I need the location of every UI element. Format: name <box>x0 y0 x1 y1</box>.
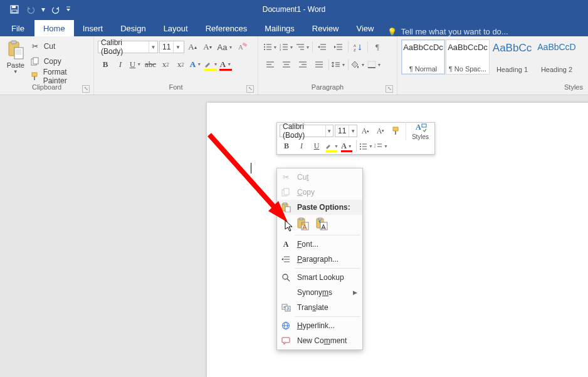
borders-button[interactable]: ▼ <box>366 58 382 71</box>
ctx-smart-lookup[interactable]: Smart Lookup <box>277 270 362 285</box>
bullets-button[interactable]: ▼ <box>262 40 278 54</box>
tab-insert[interactable]: Insert <box>74 20 112 36</box>
svg-text:2: 2 <box>374 145 376 148</box>
line-spacing-button[interactable]: ▼ <box>330 58 347 71</box>
mini-bullets[interactable]: ▼ <box>359 139 373 153</box>
mini-toolbar: Calibri (Body)▼ 11▼ A▴ A▾ A Styles B I U… <box>276 122 435 155</box>
font-size-combo[interactable]: 11 ▼ <box>159 41 184 53</box>
svg-rect-1 <box>12 6 16 8</box>
change-case-button[interactable]: Aa▼ <box>216 40 234 54</box>
paste-dropdown[interactable]: ▼ <box>4 69 28 75</box>
tab-layout[interactable]: Layout <box>155 20 197 36</box>
group-font: Calibri (Body) ▼ 11 ▼ A▴ A▾ Aa▼ A B I U▼… <box>94 36 258 95</box>
subscript-button[interactable]: x2 <box>158 58 173 71</box>
tell-me-search[interactable]: 💡 Tell me what you want to do... <box>387 27 508 36</box>
svg-rect-11 <box>33 58 38 64</box>
decrease-indent-button[interactable] <box>314 40 330 54</box>
tell-me-placeholder: Tell me what you want to do... <box>401 27 508 36</box>
svg-text:3: 3 <box>280 48 281 51</box>
style-heading-2[interactable]: AaBbCcD Heading 2 <box>535 39 579 75</box>
mini-shrink-font[interactable]: A▾ <box>374 124 387 138</box>
font-color-button[interactable]: A ▼ <box>218 58 233 71</box>
svg-rect-2 <box>12 10 17 13</box>
highlight-button[interactable]: ▼ <box>203 58 218 71</box>
ctx-cut[interactable]: ✂ Cut <box>277 170 362 185</box>
tab-references[interactable]: References <box>197 20 256 36</box>
title-bar: ▾ Document1 - Word <box>0 0 588 19</box>
style-no-spacing[interactable]: AaBbCcDc ¶ No Spac... <box>446 39 490 75</box>
tab-review[interactable]: Review <box>303 20 348 36</box>
mini-grow-font[interactable]: A▴ <box>359 124 372 138</box>
undo-button[interactable] <box>23 1 39 18</box>
ctx-synonyms[interactable]: Synonyms ▶ <box>277 285 362 300</box>
styles-gallery[interactable]: AaBbCcDc ¶ Normal AaBbCcDc ¶ No Spac... … <box>401 39 579 75</box>
font-dialog-launcher[interactable]: ⤡ <box>246 85 254 93</box>
underline-button[interactable]: U▼ <box>128 58 143 71</box>
mini-italic[interactable]: I <box>295 139 308 153</box>
align-center-button[interactable] <box>278 58 295 71</box>
tab-home[interactable]: Home <box>34 20 74 36</box>
bold-button[interactable]: B <box>98 58 113 71</box>
svg-text:A: A <box>416 123 421 132</box>
chevron-right-icon: ▶ <box>353 289 357 296</box>
scissors-icon: ✂ <box>280 172 292 183</box>
mini-bold[interactable]: B <box>280 139 293 153</box>
numbering-button[interactable]: 123▼ <box>278 40 295 54</box>
cut-button[interactable]: ✂ Cut <box>30 40 90 53</box>
ctx-paragraph[interactable]: Paragraph... <box>277 252 362 267</box>
shading-button[interactable]: ▼ <box>350 58 366 71</box>
paste-keep-text-only[interactable] <box>313 216 330 232</box>
shrink-font-button[interactable]: A▾ <box>201 40 214 54</box>
chevron-down-icon[interactable]: ▼ <box>149 41 157 53</box>
paragraph-dialog-launcher[interactable]: ⤡ <box>386 85 393 93</box>
paste-keep-source-formatting[interactable] <box>295 216 311 232</box>
mini-font-size[interactable]: 11▼ <box>335 125 357 137</box>
undo-dropdown[interactable]: ▾ <box>39 5 48 14</box>
ctx-copy[interactable]: Copy <box>277 185 362 200</box>
redo-button[interactable] <box>48 1 64 18</box>
tab-design[interactable]: Design <box>112 20 154 36</box>
format-painter-button[interactable]: Format Painter <box>30 70 90 83</box>
clear-formatting-button[interactable]: A <box>236 40 249 54</box>
mini-font-name[interactable]: Calibri (Body)▼ <box>280 125 333 137</box>
multilevel-list-button[interactable]: ▼ <box>295 40 311 54</box>
align-left-button[interactable] <box>262 58 278 71</box>
grow-font-button[interactable]: A▴ <box>186 40 199 54</box>
style-heading-1[interactable]: AaBbCc Heading 1 <box>490 39 534 75</box>
clipboard-dialog-launcher[interactable]: ⤡ <box>82 85 90 93</box>
mini-underline[interactable]: U <box>310 139 323 153</box>
ctx-font[interactable]: A Font... <box>277 237 362 252</box>
tab-mailings[interactable]: Mailings <box>256 20 303 36</box>
style-normal[interactable]: AaBbCcDc ¶ Normal <box>401 39 445 75</box>
sort-button[interactable]: AZ <box>350 40 366 54</box>
group-paragraph: ▼ 123▼ ▼ AZ ¶ <box>258 36 397 95</box>
align-right-button[interactable] <box>295 58 311 71</box>
text-effects-button[interactable]: A▼ <box>188 58 203 71</box>
ctx-new-comment[interactable]: New Comment <box>277 333 362 348</box>
ctx-translate[interactable]: aあ Translate <box>277 300 362 315</box>
italic-button[interactable]: I <box>113 58 128 71</box>
show-paragraph-marks-button[interactable]: ¶ <box>369 40 386 54</box>
svg-rect-12 <box>32 73 37 76</box>
mini-numbering[interactable]: 12▼ <box>374 139 388 153</box>
tab-file[interactable]: File <box>1 20 34 36</box>
mini-highlight[interactable]: ▼ <box>325 139 339 153</box>
copy-button[interactable]: Copy <box>30 55 90 68</box>
superscript-button[interactable]: x2 <box>173 58 188 71</box>
save-button[interactable] <box>6 1 23 18</box>
increase-indent-button[interactable] <box>330 40 347 54</box>
ctx-hyperlink[interactable]: Hyperlink... <box>277 318 362 333</box>
justify-button[interactable] <box>311 58 327 71</box>
chevron-down-icon[interactable]: ▼ <box>173 41 182 53</box>
mini-font-color[interactable]: A▼ <box>340 139 354 153</box>
tab-view[interactable]: View <box>347 20 382 36</box>
svg-rect-71 <box>284 189 289 195</box>
ctx-paste-options-header: Paste Options: <box>277 200 362 215</box>
mini-styles-button[interactable]: A Styles <box>406 122 432 140</box>
strikethrough-button[interactable]: abc <box>143 58 158 71</box>
font-name-combo[interactable]: Calibri (Body) ▼ <box>98 41 158 53</box>
mini-format-painter[interactable] <box>389 124 402 138</box>
svg-rect-76 <box>300 218 303 220</box>
paste-button[interactable]: Paste ▼ <box>4 39 28 75</box>
qat-customize[interactable] <box>64 6 73 13</box>
